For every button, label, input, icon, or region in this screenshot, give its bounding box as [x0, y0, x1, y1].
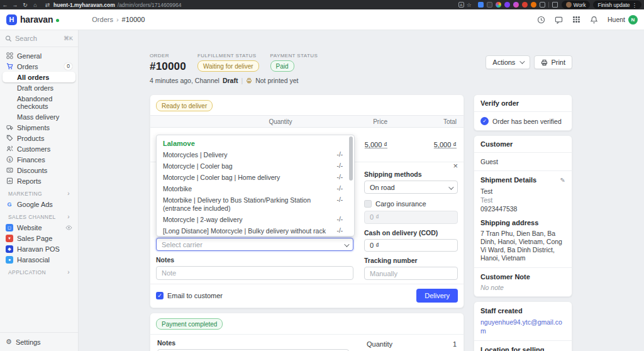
sidebar-item-label: General — [17, 52, 42, 60]
sidebar-section-sales-channel[interactable]: SALES CHANNEL › — [3, 209, 75, 222]
forward-icon[interactable]: → — [10, 2, 20, 8]
staff-created-section: Staff created nguyenhue94.ytc@gmail.com — [474, 302, 572, 340]
print-button[interactable]: Print — [534, 55, 572, 69]
translate-icon[interactable]: A — [458, 2, 464, 8]
tracking-number-input[interactable] — [364, 267, 458, 280]
sidebar: Search ⌘K General Orders 0 All orders Dr… — [0, 30, 79, 351]
sidebar-item-harasocial[interactable]: ● Harasocial — [3, 254, 75, 265]
reload-icon[interactable]: ↻ — [20, 2, 30, 8]
sidebar-section-marketing[interactable]: MARKETING › — [3, 186, 75, 199]
sidebar-item-website[interactable]: ◻ Website — [3, 222, 75, 233]
sidebar-item-all-orders[interactable]: All orders — [3, 72, 75, 82]
address-bar[interactable]: ⇄ huent-1.myharavan.com/admin/orders/171… — [44, 2, 458, 8]
sidebar-item-draft-orders[interactable]: Draft orders — [3, 82, 75, 93]
history-clock-icon[interactable] — [537, 15, 546, 24]
browser-profile-chip[interactable]: Work — [562, 1, 591, 9]
order-actions: Actions Print — [486, 55, 572, 69]
carrier-option[interactable]: Motorcycles | Delivery -/- — [157, 149, 354, 160]
select-carrier[interactable]: Select carrier — [156, 238, 353, 252]
option-value: -/- — [337, 196, 343, 213]
haravan-logo[interactable]: H haravan — [6, 14, 59, 25]
extension-icon-purple[interactable] — [504, 2, 510, 8]
tag-icon — [6, 135, 13, 142]
sidebar-item-finances[interactable]: $ Finances — [3, 154, 75, 165]
cargo-insurance-checkbox[interactable]: Cargo insurance — [364, 200, 458, 208]
extension-icon-image[interactable] — [487, 2, 492, 8]
item-price-link[interactable]: 5,000 ₫ — [365, 141, 387, 148]
sidebar-search[interactable]: Search ⌘K — [0, 30, 78, 47]
sidebar-item-shipments[interactable]: Shipments — [3, 122, 75, 133]
cod-label: Cash on delivery (COD) — [364, 229, 458, 237]
email-to-customer-label: Email to customer — [167, 292, 223, 299]
sidebar-item-google-ads[interactable]: G Google Ads — [3, 199, 75, 209]
extension-icon-red[interactable] — [522, 2, 528, 8]
account-menu[interactable]: Huent N — [608, 15, 638, 25]
payment-status-label: PAYMENT STATUS — [270, 53, 318, 58]
sidebar-item-settings[interactable]: ⚙ Settings — [0, 332, 78, 351]
customer-note-section: Customer Note No note — [474, 267, 572, 296]
carrier-option[interactable]: Motorbike -/- — [157, 183, 354, 194]
carrier-option[interactable]: Motorcycle | Cooler bag -/- — [157, 160, 354, 172]
extension-icon-colorwheel[interactable] — [496, 2, 501, 8]
sidebar-item-mass-delivery[interactable]: Mass delivery — [3, 111, 75, 122]
customer-note-value: No note — [480, 284, 565, 291]
notifications-bell-icon[interactable] — [590, 15, 599, 24]
extension-icon-docs[interactable] — [478, 2, 484, 8]
customer-card: Customer Guest Shipment Details ✎ Test T… — [474, 135, 572, 297]
carrier-option[interactable]: Motorcycle | 2-way delivery -/- — [157, 214, 354, 225]
customer-note-label: Customer Note — [480, 273, 565, 281]
printer-icon — [541, 59, 548, 66]
actions-button[interactable]: Actions — [486, 55, 530, 69]
customer-name[interactable]: Guest — [474, 153, 572, 170]
extension-icon-meta[interactable] — [513, 2, 519, 8]
sidebar-section-application[interactable]: APPLICATION › — [3, 265, 75, 277]
shipping-method-select[interactable]: On road — [364, 181, 458, 194]
carrier-option[interactable]: Motorbike | Delivery to Bus Station/Park… — [157, 194, 354, 214]
delivery-button[interactable]: Delivery — [416, 289, 458, 303]
item-total-link[interactable]: 5,000 ₫ — [434, 141, 457, 148]
back-icon[interactable]: ← — [0, 2, 10, 8]
extension-icon-orange[interactable] — [531, 2, 536, 8]
dropdown-scrollbar[interactable] — [349, 136, 353, 181]
quantity-label: Quantity — [367, 340, 392, 348]
bookmark-star-icon[interactable]: ☆ — [464, 2, 474, 8]
sidebar-item-discounts[interactable]: Discounts — [3, 165, 75, 176]
cod-input[interactable] — [364, 239, 458, 252]
apps-grid-icon[interactable] — [572, 15, 581, 24]
home-icon[interactable]: ⌂ — [30, 2, 40, 8]
total-column-header: Total — [387, 118, 457, 125]
carrier-option[interactable]: Motorcycle | Cooler bag | Home delivery … — [157, 172, 354, 183]
sidebar-item-products[interactable]: Products — [3, 133, 75, 143]
sidebar-item-haravan-pos[interactable]: ◆ Haravan POS — [3, 243, 75, 254]
staff-created-link[interactable]: nguyenhue94.ytc@gmail.com — [480, 318, 565, 335]
section-label: APPLICATION — [8, 269, 46, 276]
feedback-icon[interactable] — [555, 15, 564, 24]
close-icon[interactable]: × — [453, 162, 458, 169]
sidebar-item-label: Mass delivery — [17, 113, 59, 121]
sidebar-item-general[interactable]: General — [3, 50, 75, 61]
notes-input[interactable] — [156, 266, 353, 280]
sidebar-item-customers[interactable]: Customers — [3, 143, 75, 154]
extensions-puzzle-icon[interactable] — [540, 2, 545, 8]
carrier-group-label: Lalamove — [157, 138, 354, 149]
sidebar-item-reports[interactable]: Reports — [3, 176, 75, 186]
eye-icon[interactable] — [65, 225, 72, 230]
breadcrumb-orders[interactable]: Orders — [92, 16, 113, 23]
email-to-customer-checkbox[interactable]: ✓ Email to customer — [156, 292, 223, 299]
media-control-icon[interactable] — [552, 2, 558, 8]
option-label: Motorbike | Delivery to Bus Station/Park… — [163, 196, 337, 213]
sidebar-item-abandoned-checkouts[interactable]: Abandoned checkouts — [3, 93, 75, 111]
checkbox-unchecked-icon — [364, 200, 372, 208]
site-info-icon[interactable]: ⇄ — [44, 2, 51, 8]
carrier-option[interactable]: [Long Distance] Motorcycle | Bulky deliv… — [157, 225, 354, 237]
finish-update-button[interactable]: Finish update ⋮ — [593, 1, 641, 9]
edit-pencil-icon[interactable]: ✎ — [560, 177, 565, 184]
quantity-summary-row: Quantity 1 — [367, 339, 457, 349]
tracking-number-label: Tracking number — [364, 257, 458, 264]
sidebar-item-sales-page[interactable]: ▾ Sales Page — [3, 233, 75, 243]
chevron-down-icon — [520, 58, 525, 64]
browser-menu-icon[interactable]: ⋮ — [632, 2, 638, 8]
sidebar-item-orders[interactable]: Orders 0 — [3, 61, 75, 72]
sidebar-item-label: All orders — [17, 74, 49, 81]
chevron-right-icon: › — [67, 213, 70, 220]
